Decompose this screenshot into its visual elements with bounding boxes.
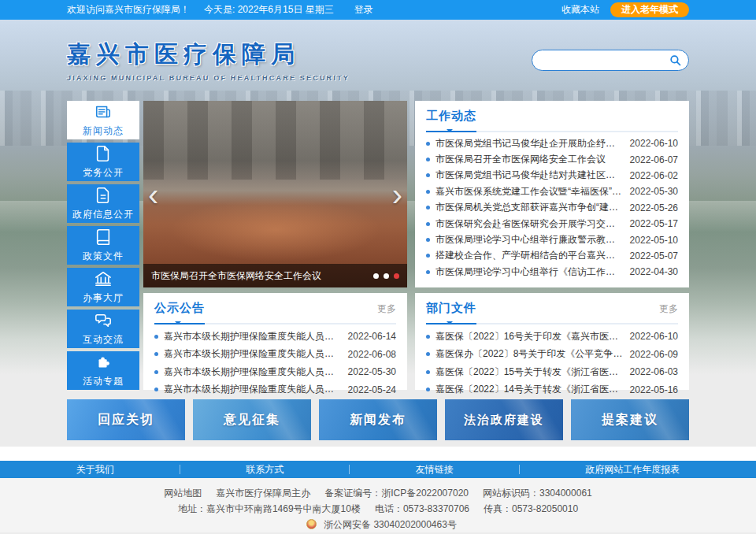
list-item[interactable]: 市医保局党组书记马俊华赴企开展助企纾困活动 2022-06-10 — [426, 135, 678, 151]
carousel-prev-arrow-icon[interactable]: ‹ — [148, 179, 158, 210]
sidebar-item-policy-docs[interactable]: 政策文件 — [67, 226, 139, 265]
login-link[interactable]: 登录 — [354, 3, 373, 17]
welcome-text: 欢迎访问嘉兴市医疗保障局！ — [67, 3, 190, 17]
item-title: 市医保局理论学习中心组举行廉政警示教育专题学习... — [435, 233, 624, 247]
list-item[interactable]: 嘉医保〔2022〕14号关于转发《浙江省医疗保... 2022-05-16 — [426, 381, 678, 399]
item-title: 嘉兴市本级长期护理保险重度失能人员名单公示（2... — [164, 347, 342, 361]
list-item[interactable]: 市医保局机关党总支部获评嘉兴市争创“建设清廉机... 2022-05-26 — [426, 200, 678, 216]
topbar: 欢迎访问嘉兴市医疗保障局！ 今天是: 2022年6月15日 星期三 登录 收藏本… — [0, 0, 756, 20]
list-item[interactable]: 市医保局召开全市医保网络安全工作会议 2022-06-07 — [426, 151, 678, 167]
sidebar-item-special-topics[interactable]: 活动专题 — [67, 351, 139, 390]
footer-link-friend-links[interactable]: 友情链接 — [416, 463, 454, 477]
carousel-photo-meeting — [143, 101, 407, 180]
search-button[interactable] — [669, 54, 682, 67]
sidebar-item-service-hall[interactable]: 办事大厅 — [67, 268, 139, 306]
notices-list: 嘉兴市本级长期护理保险重度失能人员名单公示（2... 2022-06-14 嘉兴… — [154, 328, 396, 399]
banner-news-release[interactable]: 新闻发布 — [319, 399, 437, 440]
search-input[interactable] — [542, 55, 669, 66]
sidebar-item-interaction[interactable]: 互动交流 — [67, 310, 139, 348]
banner-respond-concerns[interactable]: 回应关切 — [67, 399, 185, 440]
banner-opinion-collection[interactable]: 意见征集 — [193, 399, 311, 440]
section-title-work-news: 工作动态 — [426, 109, 476, 124]
footer-text-segment: 地址：嘉兴市中环南路1469号中南大厦10楼 — [178, 503, 361, 514]
carousel-dot[interactable] — [384, 273, 389, 279]
bullet-icon — [154, 352, 158, 356]
carousel-photo-table — [170, 198, 381, 261]
divider — [519, 465, 520, 474]
sidebar-item-label: 新闻动态 — [83, 124, 124, 138]
dept-docs-panel: 部门文件 更多 嘉医保〔2022〕16号关于印发《嘉兴市医疗保... 2022-… — [415, 293, 689, 390]
list-item[interactable]: 嘉兴市本级长期护理保险重度失能人员名单公示（2... 2022-05-30 — [154, 363, 396, 381]
banner-shortcuts: 回应关切 意见征集 新闻发布 法治政府建设 提案建议 — [67, 399, 689, 440]
item-date: 2022-06-10 — [630, 331, 678, 342]
section-title-dept-docs: 部门文件 — [426, 301, 476, 316]
footer-line-3: 浙公网安备 33040202000463号 — [0, 517, 756, 532]
dept-docs-more-link[interactable]: 更多 — [659, 302, 678, 316]
elder-mode-button[interactable]: 进入老年模式 — [610, 2, 689, 17]
footer-text-segment: 网站地图 — [164, 488, 202, 499]
banner-proposals[interactable]: 提案建议 — [571, 399, 689, 440]
item-title: 市医保研究会赴省医保研究会开展学习交流活动 — [435, 217, 624, 231]
carousel-dot-active[interactable] — [394, 273, 399, 279]
item-title: 搭建校企合作、产学研相结合的平台嘉兴市长期护理... — [435, 249, 624, 262]
item-date: 2022-05-07 — [630, 250, 678, 261]
footer-link-annual-report[interactable]: 政府网站工作年度报表 — [585, 463, 680, 477]
list-item[interactable]: 市医保研究会赴省医保研究会开展学习交流活动 2022-05-17 — [426, 216, 678, 232]
carousel-next-arrow-icon[interactable]: › — [392, 179, 402, 210]
divider — [180, 465, 180, 474]
item-date: 2022-06-03 — [630, 366, 678, 377]
file-text-icon — [94, 187, 112, 204]
page: 欢迎访问嘉兴市医疗保障局！ 今天是: 2022年6月15日 星期三 登录 收藏本… — [0, 0, 756, 534]
sidebar-item-party-affairs[interactable]: 党务公开 — [67, 143, 139, 181]
list-item[interactable]: 嘉医保〔2022〕15号关于转发《浙江省医疗保... 2022-06-03 — [426, 363, 678, 381]
search-box — [532, 50, 689, 71]
bullet-icon — [426, 158, 430, 161]
list-item[interactable]: 嘉医保办〔2022〕8号关于印发《公平竞争审查... 2022-06-09 — [426, 346, 678, 364]
carousel-dots — [373, 273, 399, 279]
bullet-icon — [426, 206, 430, 210]
footer-link-about-us[interactable]: 关于我们 — [76, 463, 114, 477]
list-item[interactable]: 嘉医保〔2022〕16号关于印发《嘉兴市医疗保... 2022-06-10 — [426, 328, 678, 346]
item-title: 嘉兴市本级长期护理保险重度失能人员名单公示（2... — [164, 383, 342, 396]
list-item[interactable]: 嘉兴市本级长期护理保险重度失能人员名单公示（2... 2022-06-14 — [154, 328, 396, 346]
footer-text-segment: 网站标识码：3304000061 — [483, 488, 592, 499]
footer-link-contact[interactable]: 联系方式 — [246, 463, 284, 477]
item-date: 2022-06-02 — [630, 170, 678, 181]
item-date: 2022-05-30 — [630, 186, 678, 197]
item-title: 市医保局党组书记马俊华赴结对共建社区指导全国文... — [435, 169, 624, 182]
bullet-icon — [154, 335, 158, 339]
bullet-icon — [154, 388, 158, 391]
sidebar-item-gov-info[interactable]: 政府信息公开 — [67, 184, 139, 223]
work-news-list: 市医保局党组书记马俊华赴企开展助企纾困活动 2022-06-10 市医保局召开全… — [426, 135, 678, 280]
carousel-dot[interactable] — [373, 273, 379, 279]
list-item[interactable]: 市医保局党组书记马俊华赴结对共建社区指导全国文... 2022-06-02 — [426, 168, 678, 184]
item-title: 嘉兴市医保系统党建工作会议暨“幸福医保”党建联... — [435, 185, 624, 198]
search-icon — [669, 54, 682, 67]
item-date: 2022-05-16 — [630, 384, 678, 395]
item-title: 嘉兴市本级长期护理保险重度失能人员名单公示（2... — [164, 365, 342, 379]
bullet-icon — [426, 335, 430, 339]
main-content: 新闻动态 党务公开 政府信息公开 政策文件 办事大厅 互动交流 — [67, 101, 689, 390]
notices-more-link[interactable]: 更多 — [377, 302, 396, 316]
list-item[interactable]: 嘉兴市医保系统党建工作会议暨“幸福医保”党建联... 2022-05-30 — [426, 184, 678, 199]
bullet-icon — [426, 352, 430, 356]
footer-info: 网站地图嘉兴市医疗保障局主办备案证编号：浙ICP备2022007020网站标识码… — [0, 478, 756, 532]
bullet-icon — [426, 270, 430, 274]
middle-column: ‹ › 市医保局召开全市医保网络安全工作会议 公示公告 更多 — [143, 101, 407, 390]
list-item[interactable]: 市医保局理论学习中心组举行《信访工作条例》专题... 2022-04-30 — [426, 264, 678, 280]
document-icon — [94, 145, 112, 162]
sidebar-item-news[interactable]: 新闻动态 — [67, 101, 139, 139]
list-item[interactable]: 嘉兴市本级长期护理保险重度失能人员名单公示（2... 2022-06-08 — [154, 346, 396, 364]
list-item[interactable]: 市医保局理论学习中心组举行廉政警示教育专题学习... 2022-05-10 — [426, 232, 678, 247]
list-item[interactable]: 嘉兴市本级长期护理保险重度失能人员名单公示（2... 2022-05-24 — [154, 381, 396, 399]
bullet-icon — [426, 370, 430, 374]
item-title: 市医保局理论学习中心组举行《信访工作条例》专题... — [435, 265, 624, 279]
banner-rule-of-law[interactable]: 法治政府建设 — [445, 399, 563, 440]
item-date: 2022-06-14 — [348, 331, 396, 342]
police-record-link[interactable]: 浙公网安备 33040202000463号 — [324, 519, 457, 530]
favorite-site-link[interactable]: 收藏本站 — [561, 3, 599, 17]
list-item[interactable]: 搭建校企合作、产学研相结合的平台嘉兴市长期护理... 2022-05-07 — [426, 248, 678, 264]
book-icon — [94, 228, 112, 246]
item-date: 2022-05-30 — [348, 366, 396, 377]
news-carousel[interactable]: ‹ › 市医保局召开全市医保网络安全工作会议 — [143, 101, 407, 287]
